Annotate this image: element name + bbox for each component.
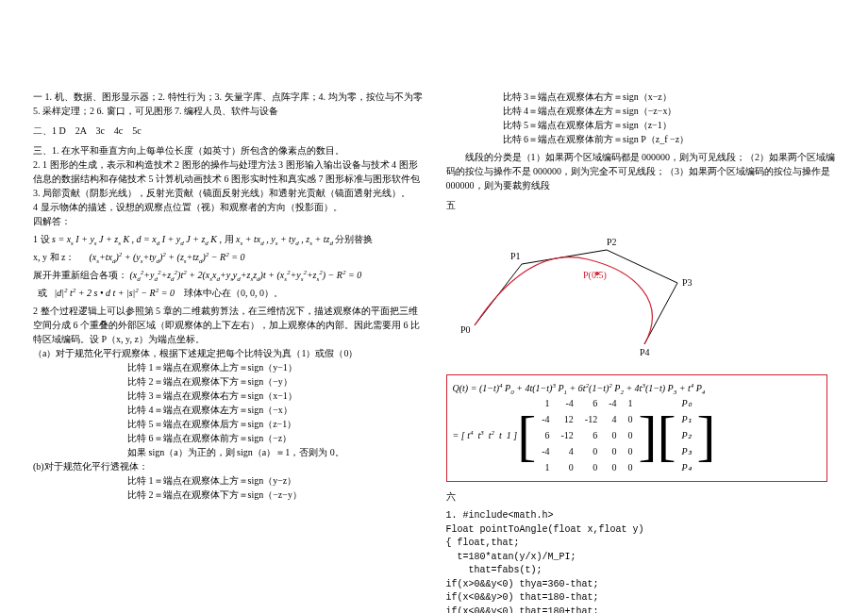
bit2: 比特 2＝端点在观察体下方＝sign（−y） xyxy=(33,374,423,389)
sec1-text: 一 1. 机、数据、图形显示器；2. 特性行为；3. 矢量字库、点阵字库；4. … xyxy=(33,90,423,118)
five-heading: 五 xyxy=(446,198,836,212)
sec3-1: 三、1. 在水平和垂直方向上每单位长度（如英寸）所包含的像素点的数目。 xyxy=(33,143,423,157)
bracket-left-1: [ xyxy=(517,407,536,464)
bit5: 比特 5＝端点在观察体后方＝sign（z−1） xyxy=(33,417,423,431)
page-columns: 一 1. 机、数据、图形显示器；2. 特性行为；3. 矢量字库、点阵字库；4. … xyxy=(0,0,868,613)
p2-text: 2 整个过程逻辑上可以参照第 5 章的二维裁剪算法，在三维情况下，描述观察体的平… xyxy=(33,304,423,346)
sec3-4: 4 显示物体的描述，设想的观察点位置（视）和观察者的方向（投影面）。 xyxy=(33,200,423,214)
left-column: 一 1. 机、数据、图形显示器；2. 特性行为；3. 矢量字库、点阵字库；4. … xyxy=(33,90,423,613)
bb2: 比特 2＝端点在观察体下方＝sign（−z−y） xyxy=(33,488,423,502)
eqn-s-d-line: 1 设 s = xs I + ys J + zs K , d = xd I + … xyxy=(33,232,423,246)
lbl-p0: P0 xyxy=(460,324,471,335)
rb6: 比特 6＝端点在观察体前方＝sign P（z_f −z） xyxy=(446,132,836,146)
eqn-expanded: 展开并重新组合各项： (xd2+yd2+zd2)t2 + 2(xsxd+ysyd… xyxy=(33,268,423,282)
sec3-2: 2. 1 图形的生成，表示和构造技术 2 图形的操作与处理方法 3 图形输入输出… xyxy=(33,157,423,186)
code-block: 1. #include<math.h> Float pointToAngle(f… xyxy=(446,509,836,613)
bit1: 比特 1＝端点在观察体上方＝sign（y−1） xyxy=(33,360,423,374)
bracket-right-2: ] xyxy=(697,407,716,464)
eqn-sep1: , xyxy=(132,234,137,244)
bracket-left-2: [ xyxy=(658,407,676,464)
matrix-row: = [ t4 t3 t2 t 1 ] [ 1-46-41 -412-1240 6… xyxy=(453,395,821,475)
eqn-s: s = xs I + ys J + zs K xyxy=(52,234,129,244)
bb1: 比特 1＝端点在观察体上方＝sign（y−z） xyxy=(33,473,423,488)
pb-text: (b)对于规范化平行透视体： xyxy=(33,459,423,473)
matrix-formula-box: Q(t) = (1−t)4 P0 + 4t(1−t)3 P1 + 6t2(1−t… xyxy=(446,374,827,482)
eqn4-pre: 或 xyxy=(38,288,47,298)
eqn-sep2: , 用 xyxy=(220,234,237,244)
sec3-3: 3. 局部贡献（阴影光线），反射光贡献（镜面反射光线）和透射光贡献（镜面透射光线… xyxy=(33,186,423,200)
right-column: 比特 3＝端点在观察体右方＝sign（x−z） 比特 4＝端点在观察体左方＝si… xyxy=(446,90,836,613)
rb3: 比特 3＝端点在观察体右方＝sign（x−z） xyxy=(446,90,836,104)
row-vector: = [ t4 t3 t2 t 1 ] xyxy=(453,428,518,442)
lbl-p4: P4 xyxy=(640,347,650,357)
eqn-post: 分别替换 xyxy=(335,234,373,244)
eqn-d: d = xd I + yd J + zd K xyxy=(137,234,217,244)
eqn-prefix: 1 设 xyxy=(33,234,52,244)
bracket-right-1: ] xyxy=(639,407,658,464)
eqn2-pre: x, y 和 z： xyxy=(33,252,75,262)
bit4: 比特 4＝端点在观察体左方＝sign（−x） xyxy=(33,403,423,417)
qt-expansion: Q(t) = (1−t)4 P0 + 4t(1−t)3 P1 + 6t2(1−t… xyxy=(453,381,821,395)
eqn4-body: |d|2 t2 + 2 s • d t + |s|2 − R2 = 0 球体中心… xyxy=(55,288,283,298)
lbl-p2: P2 xyxy=(607,237,617,247)
lbl-p3: P3 xyxy=(682,277,693,288)
eqn-or: 或 |d|2 t2 + 2 s • d t + |s|2 − R2 = 0 球体… xyxy=(33,286,423,300)
segment-classify: 线段的分类是（1）如果两个区域编码都是 000000，则为可见线段；（2）如果两… xyxy=(446,150,836,192)
eqn3-body: (xd2+yd2+zd2)t2 + 2(xsxd+ysyd+zszd)t + (… xyxy=(130,270,362,280)
rb4: 比特 4＝端点在观察体左方＝sign（−z−x） xyxy=(446,104,836,118)
six-heading: 六 xyxy=(446,489,836,504)
pa-text: （a）对于规范化平行观察体，根据下述规定把每个比特设为真（1）或假（0） xyxy=(33,346,423,360)
eqn-subst: xs + txd , ys + tyd , zs + tzd xyxy=(236,234,333,244)
lbl-p1: P1 xyxy=(510,251,521,261)
lbl-pa: P(0.5) xyxy=(583,270,607,281)
bit3: 比特 3＝端点在观察体右方＝sign（x−1） xyxy=(33,389,423,403)
sec2-text: 二、1 D 2A 3c 4c 5c xyxy=(33,124,423,138)
eqn2-body: (xs+txd)2 + (ys+tyd)2 + (zs+tzd)2 − R2 =… xyxy=(89,252,244,262)
rb5: 比特 5＝端点在观察体后方＝sign（z−1） xyxy=(446,118,836,132)
coeff-matrix: 1-46-41 -412-1240 6-12600 -44000 10000 xyxy=(536,395,638,475)
bit6: 比特 6＝端点在观察体前方＝sign（−z） xyxy=(33,431,423,445)
eqn3-pre: 展开并重新组合各项： xyxy=(33,270,127,280)
bit-rule: 如果 sign（a）为正的，则 sign（a）＝1，否则为 0。 xyxy=(33,445,423,459)
bezier-diagram: P0 P1 P2 P3 P4 P(0.5) xyxy=(456,222,720,363)
p-vector: P₀ P₁ P₂ P₃ P₄ xyxy=(676,395,696,475)
bezier-curve xyxy=(475,257,652,344)
sec4-heading: 四解答： xyxy=(33,214,423,228)
eqn-quadratic: x, y 和 z： (xs+txd)2 + (ys+tyd)2 + (zs+tz… xyxy=(33,250,423,264)
